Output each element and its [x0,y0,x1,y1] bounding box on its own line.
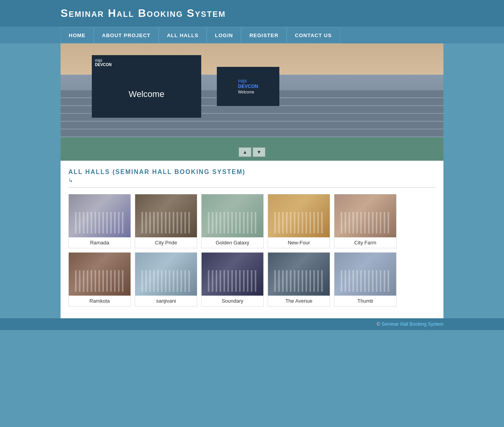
nav-item-home[interactable]: HOME [61,27,94,43]
hall-card[interactable]: Ramkota [68,252,131,307]
nav-item-login[interactable]: LOGIN [207,27,241,43]
halls-grid: RamadaCity PrideGolden GalaxyNew-FourCit… [68,194,436,307]
hall-name: The Avenue [268,296,330,306]
hero-prev-button[interactable]: ▲ [239,147,251,157]
hall-name: sanjivani [135,296,197,306]
hall-name: New-Four [268,237,330,248]
hall-card[interactable]: Golden Galaxy [201,194,264,248]
nav-item-contact[interactable]: CONTACT US [287,27,340,43]
section-divider [68,187,436,188]
hall-name: Thumb [334,296,396,306]
halls-row-2: RamkotasanjivaniSoundaryThe AvenueThumb [68,252,436,307]
hall-card[interactable]: City Farm [334,194,397,248]
header: Seminar Hall Booking System [0,0,504,27]
nav-item-all-halls[interactable]: ALL HALLS [159,27,207,43]
main-content: ALL HALLS (SEMINAR HALL BOOKING SYSTEM) … [61,161,443,318]
hall-card[interactable]: The Avenue [268,252,330,307]
section-arrow: ↳ [68,177,436,183]
hero-banner: mipiDEVCON Welcome mipiDEVCONWelcome ▲ ▼ [61,43,443,161]
hall-name: Ramkota [69,296,130,306]
hall-card[interactable]: Soundary [201,252,264,307]
hall-image [202,194,263,237]
navbar: HOMEABOUT PROJECTALL HALLSLOGINREGISTERC… [0,27,504,43]
footer-link[interactable]: Seminar Hall Booking System [381,321,443,327]
hall-image [69,194,130,237]
hall-name: Ramada [69,237,130,248]
copyright-text: © Seminar Hall Booking System [377,321,443,327]
hall-image [135,194,197,237]
hall-image [135,253,197,296]
hall-name: City Farm [334,237,396,248]
hero-next-button[interactable]: ▼ [253,147,265,157]
site-title: Seminar Hall Booking System [61,7,443,20]
footer: © Seminar Hall Booking System [0,318,504,330]
hall-image [69,253,130,296]
hall-card[interactable]: New-Four [268,194,330,248]
nav-item-about[interactable]: ABOUT PROJECT [94,27,159,43]
hall-image [268,253,330,296]
hall-image [334,253,396,296]
halls-row-1: RamadaCity PrideGolden GalaxyNew-FourCit… [68,194,436,248]
hall-image [202,253,263,296]
hall-card[interactable]: City Pride [135,194,197,248]
hall-name: City Pride [135,237,197,248]
hall-name: Soundary [202,296,263,306]
nav-item-register[interactable]: REGISTER [241,27,286,43]
hall-image [334,194,396,237]
hall-image [268,194,330,237]
hall-name: Golden Galaxy [202,237,263,248]
hall-card[interactable]: Ramada [68,194,131,248]
hero-controls: ▲ ▼ [239,147,265,157]
hall-card[interactable]: Thumb [334,252,397,307]
hall-card[interactable]: sanjivani [135,252,197,307]
section-title: ALL HALLS (SEMINAR HALL BOOKING SYSTEM) [68,169,436,176]
